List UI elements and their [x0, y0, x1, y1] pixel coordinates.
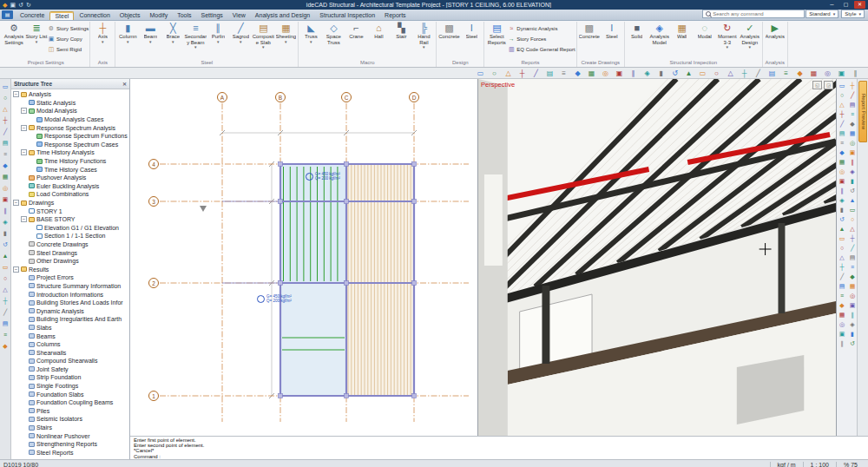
front-view-icon[interactable]: ╱	[851, 90, 854, 100]
sun-light-icon[interactable]: ▤	[850, 253, 856, 262]
ribbon-button-select-reports[interactable]: ▤Select Reports	[485, 22, 508, 45]
tree-item-steel-reports[interactable]: Steel Reports	[11, 449, 129, 457]
axes-toggle-icon[interactable]: ▮	[851, 329, 854, 339]
block-icon[interactable]: △	[3, 286, 7, 293]
expand-toggle-icon[interactable]: −	[13, 200, 19, 206]
tree-item-time-history-analysis[interactable]: −Time History Analysis	[11, 148, 129, 157]
tree-item-dynamic-analysis[interactable]: Dynamic Analysis	[11, 306, 129, 315]
match-properties-icon[interactable]: ≡	[3, 331, 7, 339]
tree-item-results[interactable]: −Results	[11, 265, 129, 273]
center-view-icon[interactable]: ▣	[850, 300, 856, 310]
grid-toggle-icon[interactable]: ◈	[850, 319, 854, 329]
ribbon-button-sheeting[interactable]: ▦Sheeting▾	[274, 22, 297, 44]
copy-icon[interactable]: ▤	[545, 69, 555, 78]
tree-item-section-1-1-1-section[interactable]: Section 1 / 1-1 Section	[11, 232, 129, 240]
polyline-icon[interactable]: ▤	[767, 69, 777, 78]
tree-item-shearwalls[interactable]: Shearwalls	[11, 348, 129, 357]
ribbon-button-sagrod[interactable]: ╱Sagrod▾	[229, 22, 252, 44]
camera-icon[interactable]: ◎	[850, 291, 855, 300]
ribbon-button-space-truss[interactable]: ◇Space Truss	[322, 22, 345, 45]
offset-icon[interactable]: ▤	[3, 139, 9, 147]
axis-bubble-a[interactable]: A	[217, 92, 227, 102]
lights-view-icon[interactable]: ▦	[850, 281, 856, 291]
top-view-icon[interactable]: ▭	[839, 81, 845, 90]
viewport-label[interactable]: Perspective	[481, 81, 515, 89]
app-icon[interactable]: ◆	[3, 1, 7, 9]
tree-item-strengthening-reports[interactable]: Strengthening Reports	[11, 440, 129, 449]
tree-item-project-errors[interactable]: Project Errors	[11, 273, 129, 282]
maximize-button[interactable]: ▢	[840, 1, 852, 9]
tab-view[interactable]: View	[228, 11, 250, 20]
ribbon-button-analysis-settings[interactable]: ⚙Analysis Settings	[3, 22, 25, 45]
minimize-button[interactable]: ─	[826, 1, 838, 9]
shaded-view-icon[interactable]: ▭	[839, 234, 845, 243]
tab-analysis-and-design[interactable]: Analysis and Design	[251, 11, 314, 20]
tree-item-single-footings[interactable]: Single Footings	[11, 382, 129, 391]
orbit-icon[interactable]: ↺	[670, 69, 680, 78]
ribbon-button-wall[interactable]: ▦Wall	[671, 22, 694, 40]
hidden-line-icon[interactable]: ▲	[839, 224, 845, 234]
tree-item-seismic-isolators[interactable]: Seismic Isolators	[11, 415, 129, 424]
ribbon-button-purlin[interactable]: ∥Purlin▾	[207, 22, 229, 44]
scale-icon[interactable]: ∥	[3, 207, 7, 214]
status-zoom[interactable]: % 75	[836, 462, 865, 467]
center-view-icon[interactable]: ◆	[839, 300, 844, 310]
shadows-icon[interactable]: ┼	[840, 262, 845, 272]
wireframe-icon[interactable]: ↺	[839, 214, 845, 224]
object-snap-icon[interactable]: ▭	[698, 69, 707, 78]
previous-view-icon[interactable]: ◆	[839, 148, 844, 157]
tab-tools[interactable]: Tools	[173, 11, 195, 20]
ribbon-button-concrete[interactable]: ▩Concrete	[578, 22, 601, 40]
region-icon[interactable]: ○	[3, 274, 7, 282]
tab-reports[interactable]: Reports	[380, 11, 411, 20]
tab-structural-inspection[interactable]: Structural Inspection	[315, 11, 379, 20]
ribbon-button-secondary-beam[interactable]: ≡Secondary Beam▾	[184, 22, 207, 49]
perspective-viewport[interactable]: Perspective ◱ ◲	[478, 79, 837, 436]
axonometric-view-icon[interactable]: ◎	[850, 138, 855, 148]
ribbon-button-beam[interactable]: ▬Beam▾	[139, 22, 161, 44]
tree-item-elevation-g1-g1-elevation[interactable]: Elevation G1 / G1 Elevation	[11, 224, 129, 233]
tree-item-modal-analysis-cases[interactable]: Modal Analysis Cases	[11, 115, 129, 124]
expand-toggle-icon[interactable]: −	[21, 216, 27, 222]
tree-item-other-drawings[interactable]: Other Drawings	[11, 257, 129, 266]
undo-icon[interactable]: ◆	[573, 69, 582, 78]
ribbon-button-brace[interactable]: ╳Brace▾	[161, 22, 184, 44]
tree-item-structure-summary-information[interactable]: Structure Summary Information	[11, 282, 129, 291]
arc-icon[interactable]: ◆	[795, 69, 805, 78]
perspective-view-icon[interactable]: ▤	[839, 128, 845, 138]
explode-icon[interactable]: ◈	[3, 218, 7, 226]
ribbon-button-story-list[interactable]: ≣Story List▾	[25, 22, 48, 44]
lights-view-icon[interactable]: ▤	[839, 281, 845, 291]
front-view-icon[interactable]: ○	[840, 90, 844, 100]
tree-item-drawings[interactable]: −Drawings	[11, 199, 129, 207]
shadows-icon[interactable]: ≡	[851, 262, 854, 272]
layers-icon[interactable]: ▲	[684, 69, 694, 78]
walk-icon[interactable]: ◈	[839, 195, 844, 205]
tree-item-slabs[interactable]: Slabs	[11, 324, 129, 332]
print-icon[interactable]: ┼	[517, 69, 527, 78]
orbit-3d-icon[interactable]: ▣	[839, 176, 845, 186]
tree-item-load-combinations[interactable]: Load Combinations	[11, 190, 129, 199]
walk-icon[interactable]: ▲	[850, 195, 856, 205]
ribbon-button-semi-rigid[interactable]: ◫Semi Rigid	[48, 44, 89, 55]
expand-toggle-icon[interactable]: −	[13, 266, 19, 273]
select-icon[interactable]: ▭	[3, 82, 9, 90]
ribbon-button-steel[interactable]: ISteel	[601, 22, 623, 40]
pan-icon[interactable]: ▮	[656, 69, 666, 78]
stretch-icon[interactable]: ▣	[3, 195, 9, 203]
expand-toggle-icon[interactable]: −	[21, 125, 27, 131]
tree-item-euler-buckling-analysis[interactable]: Euler Buckling Analysis	[11, 182, 129, 191]
command-line-panel[interactable]: Enter first point of element.Enter secon…	[130, 436, 868, 459]
tree-item-piles[interactable]: Piles	[11, 407, 129, 416]
move-icon[interactable]: ○	[3, 94, 7, 102]
camera-icon[interactable]: ≡	[840, 291, 844, 300]
align-icon[interactable]: ▲	[3, 252, 9, 260]
axes-toggle-icon[interactable]: ▣	[839, 329, 845, 339]
grid-icon[interactable]: ○	[712, 69, 721, 78]
tree-item-strip-foundation[interactable]: Strip Foundation	[11, 373, 129, 382]
axis-bubble-4[interactable]: 4	[148, 159, 159, 169]
tree-item-foundation-slabs[interactable]: Foundation Slabs	[11, 390, 129, 398]
ribbon-button-hall[interactable]: ⌂Hall	[367, 22, 390, 40]
tree-item-response-spectrum-analysis[interactable]: −Response Spectrum Analysis	[11, 123, 129, 132]
top-view-icon[interactable]: ┼	[851, 81, 855, 90]
